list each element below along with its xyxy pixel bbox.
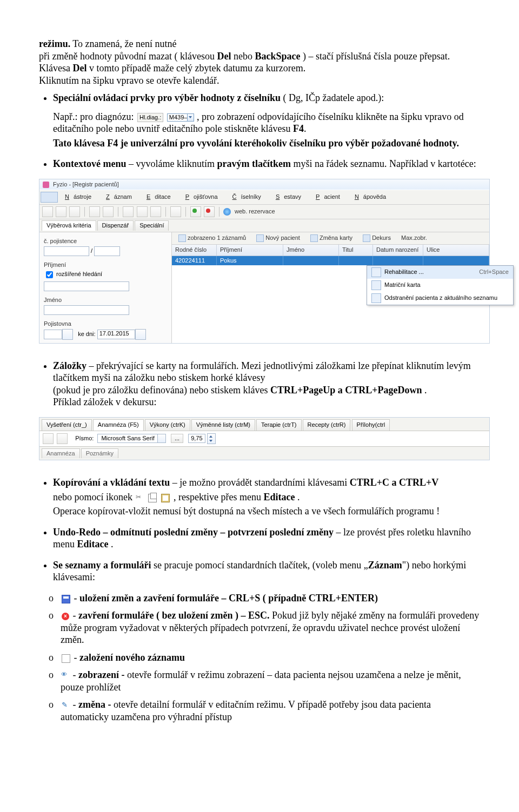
- paste-icon: [161, 494, 170, 502]
- toolbar-button[interactable]: [69, 206, 80, 217]
- sub-list: - uložení změn a zavření formuláře – CRL…: [39, 592, 480, 723]
- chevron-down-icon[interactable]: [157, 434, 165, 443]
- grid-row-selected[interactable]: 420224111 Pokus: [172, 256, 489, 266]
- input-poj[interactable]: [44, 330, 62, 339]
- spec-head-b: ( Dg, IČp žadatele apod.):: [281, 92, 384, 103]
- toolbar-button[interactable]: [170, 206, 181, 217]
- ctx-item-odstraneni[interactable]: Odstranění pacienta z aktuálního seznamu: [367, 292, 513, 305]
- btn-zmena-karty[interactable]: Změna karty: [306, 233, 357, 243]
- col-titul[interactable]: Titul: [339, 245, 373, 256]
- font-size-spinner[interactable]: [207, 433, 216, 444]
- toolbar-button[interactable]: [137, 206, 148, 217]
- menu-editace[interactable]: Editace: [142, 191, 179, 203]
- ctx-icon: [371, 280, 381, 290]
- kop-h: Operace kopírovat-vložit nemusí být dost…: [53, 506, 440, 516]
- toolbar-button[interactable]: [89, 206, 100, 217]
- o4-b: zobrazení -: [78, 669, 124, 680]
- separator: [219, 207, 219, 217]
- menubar-icon: [41, 192, 58, 203]
- ctx-item-rehabilitace[interactable]: Rehabilitace ...Ctrl+Space: [367, 266, 513, 279]
- toolbar-button[interactable]: [150, 206, 161, 217]
- tab-specialni[interactable]: Speciální: [135, 220, 169, 231]
- font-size-value[interactable]: 9,75: [188, 434, 205, 444]
- copy-icon: [148, 494, 157, 502]
- tab-row: Vyšetření (ctr_) Anamnéza (F5) Výkony (c…: [39, 418, 489, 431]
- col-ulice[interactable]: Ulice: [423, 245, 489, 256]
- bullet-special-controls: Speciální ovládací prvky pro výběr hodno…: [53, 92, 480, 149]
- menu-nastroje[interactable]: Nástroje: [61, 191, 100, 203]
- intro-text1: To znamená, že není nutné: [70, 38, 176, 49]
- tab-prilohy[interactable]: Přílohy(ctrl: [352, 419, 390, 431]
- toolbar-button[interactable]: [123, 206, 134, 217]
- tab-terapie[interactable]: Terapie (ctrT): [256, 419, 301, 431]
- dropdown-date[interactable]: [135, 329, 146, 340]
- font-name-text: Microsoft Sans Serif: [101, 435, 154, 441]
- menu-napoveda[interactable]: Nápověda: [350, 191, 395, 203]
- menu-zaznam[interactable]: Záznam: [102, 191, 141, 203]
- font-toolbar: Písmo: Microsoft Sans Serif ... 9,75: [39, 431, 489, 447]
- list-icon: [178, 234, 186, 242]
- separator: [84, 207, 85, 217]
- pismo-label: Písmo:: [75, 435, 94, 442]
- btn-maxzobr[interactable]: Max.zobr.: [397, 233, 431, 243]
- kop-g: .: [295, 492, 300, 502]
- btn-dekurs[interactable]: Dekurs: [358, 233, 395, 243]
- intro-del1: Del: [217, 51, 231, 62]
- mini-hldiag-text: M439–: [169, 114, 188, 120]
- menu-sestavy[interactable]: Sestavy: [271, 191, 310, 203]
- font-dialog-button[interactable]: ...: [171, 434, 183, 444]
- tab-dispenzar[interactable]: Dispenzář: [97, 220, 134, 231]
- subtab-poznamky[interactable]: Poznámky: [81, 448, 118, 459]
- sub-zavreni: - zavření formuláře ( bez uložení změn )…: [61, 609, 480, 646]
- bullet-undo: Undo-Redo – odmítnutí poslední změny – p…: [53, 526, 480, 551]
- toolbar-button-ok[interactable]: [190, 206, 201, 217]
- edit-icon: [310, 234, 318, 242]
- slash-label: /: [91, 247, 92, 253]
- pen-icon[interactable]: [43, 433, 54, 444]
- tab-recepty[interactable]: Recepty (ctrR): [303, 419, 351, 431]
- kop-a: Kopírování a vkládání textu: [53, 477, 170, 488]
- toolbar-button-close[interactable]: [204, 206, 215, 217]
- save-icon[interactable]: [57, 433, 68, 444]
- tab-vykony[interactable]: Výkony (ctrK): [145, 419, 190, 431]
- input-date[interactable]: 17.01.2015: [97, 330, 135, 339]
- spec-np-a: Např.: pro diagnózu:: [53, 111, 136, 122]
- web-rezervace-label[interactable]: web. rezervace: [235, 208, 275, 216]
- input-prijmeni[interactable]: [44, 281, 129, 291]
- tab-vysetreni[interactable]: Vyšetření (ctr_): [42, 419, 92, 431]
- checkbox-rozsirene[interactable]: [46, 271, 53, 278]
- intro-text2c: nebo: [231, 51, 255, 62]
- subtab-anamneza[interactable]: Anamnéza: [42, 448, 80, 459]
- new-icon: [62, 654, 70, 663]
- menu-pojistovna[interactable]: Pojišťovna: [181, 191, 227, 203]
- col-jmeno[interactable]: Jméno: [283, 245, 339, 256]
- dropdown-poj[interactable]: [62, 329, 73, 340]
- mini-hldiag-label: Hl.diag.:: [137, 113, 163, 123]
- menu-ciselniky[interactable]: Číselníky: [228, 191, 270, 203]
- chevron-down-icon[interactable]: [187, 114, 194, 122]
- tab-vymenne-listy[interactable]: Výměnné listy (ctrM): [191, 419, 255, 431]
- font-selector[interactable]: Microsoft Sans Serif: [97, 434, 165, 444]
- tab-vyberova-kriteria[interactable]: Výběrová kritéria: [42, 220, 96, 231]
- toolbar-button[interactable]: [103, 206, 114, 217]
- col-datum-narozeni[interactable]: Datum narození: [373, 245, 423, 256]
- context-menu-area: Rehabilitace ...Ctrl+Space Matriční kart…: [172, 265, 489, 314]
- toolbar-button[interactable]: [42, 206, 53, 217]
- ctx-item-matricni[interactable]: Matriční karta: [367, 279, 513, 292]
- intro-del2: Del: [72, 63, 86, 73]
- input-cpoj1[interactable]: [44, 246, 89, 256]
- menubar[interactable]: Nástroje Záznam Editace Pojišťovna Čísel…: [39, 190, 489, 205]
- input-cpoj2[interactable]: [94, 246, 120, 256]
- col-prijmeni[interactable]: Příjmení: [217, 245, 283, 256]
- toolbar-button[interactable]: [56, 206, 66, 217]
- menu-pacient[interactable]: Pacient: [311, 191, 349, 203]
- intro-backspace: BackSpace: [255, 51, 300, 62]
- ctx-d: myši na řádek seznamu. Například v karto…: [291, 158, 476, 169]
- tab-anamneza[interactable]: Anamnéza (F5): [93, 419, 144, 431]
- col-rodne-cislo[interactable]: Rodné číslo: [172, 245, 217, 256]
- cell-dn: [373, 256, 423, 266]
- btn-novy-pacient[interactable]: Nový pacient: [252, 233, 304, 243]
- mini-hldiag-value[interactable]: M439–: [167, 113, 195, 122]
- input-jmeno[interactable]: [44, 305, 129, 315]
- spec-np-d: .: [304, 123, 307, 134]
